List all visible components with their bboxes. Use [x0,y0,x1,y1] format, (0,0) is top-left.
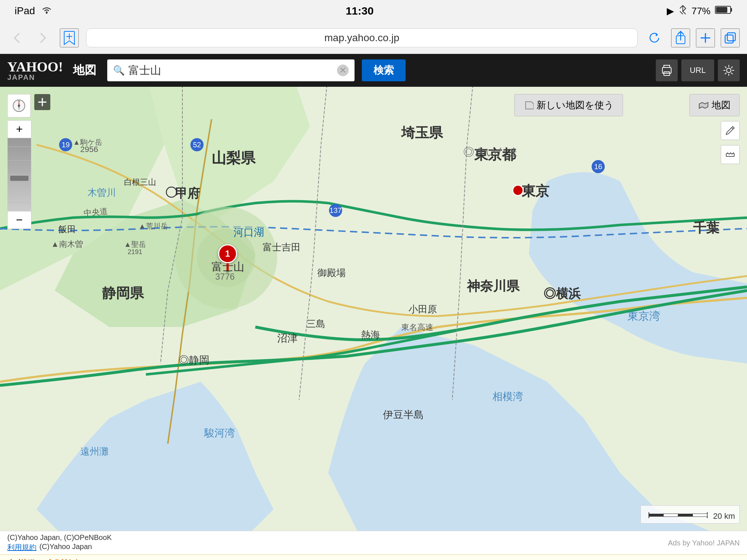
tabs-button[interactable] [721,28,740,47]
svg-text:▲南木曽: ▲南木曽 [51,240,83,249]
search-box: 🔍 富士山 ✕ [107,59,355,81]
svg-text:▲聖岳: ▲聖岳 [124,240,146,248]
footer: (C)Yahoo Japan, (C)OPeNBooK 利用規約 (C)Yaho… [0,531,747,555]
direction-button[interactable] [34,94,50,110]
status-right: ▶ 77% [667,4,732,18]
svg-text:白根三山: 白根三山 [124,178,156,187]
svg-text:三島: 三島 [306,318,325,329]
svg-text:◎横浜: ◎横浜 [543,287,581,300]
ad-description: 往復新幹線指定席＋宿泊ホテルをオンラインでお得に即時予約！JR九州旅行 [205,559,484,560]
svg-text:飯田: 飯田 [58,224,76,234]
svg-text:木曽川: 木曽川 [88,187,116,198]
svg-text:▲駒ケ岳: ▲駒ケ岳 [73,138,102,146]
svg-text:神奈川県: 神奈川県 [467,279,520,293]
search-input-value[interactable]: 富士山 [128,63,333,78]
svg-text:駿河湾: 駿河湾 [204,427,235,439]
svg-rect-3 [716,7,727,13]
svg-text:N: N [18,100,20,103]
yahoo-header: YAHOO! JAPAN 地図 🔍 富士山 ✕ 検索 URL [0,54,747,87]
url-tool-button[interactable]: URL [681,59,714,81]
compass-button[interactable]: N [7,94,31,117]
svg-rect-2 [731,8,732,12]
svg-rect-6 [727,33,735,41]
status-left: iPad [15,5,53,17]
map-pin[interactable]: 1 [218,244,237,273]
settings-button[interactable] [718,59,740,81]
svg-rect-76 [663,514,678,517]
svg-text:東京: 東京 [522,183,550,199]
zoom-controls: + − [7,120,31,229]
pin-number: 1 [225,249,230,259]
svg-text:富士吉田: 富士吉田 [263,242,301,253]
wifi-icon [41,5,53,17]
pin-circle: 1 [218,244,237,263]
battery-label: 77% [692,5,711,17]
svg-text:御殿場: 御殿場 [317,267,346,278]
svg-text:東名高速: 東名高速 [401,323,433,332]
forward-button[interactable] [34,28,53,47]
svg-rect-78 [693,514,707,517]
svg-marker-4 [656,33,658,36]
svg-point-23 [513,185,523,195]
browser-actions [671,28,740,47]
status-time: 11:30 [346,5,374,17]
svg-text:16: 16 [594,163,602,171]
zoom-out-button[interactable]: − [8,211,31,229]
ruler-button[interactable] [721,145,740,164]
svg-rect-75 [649,514,663,517]
bluetooth-icon [678,4,687,18]
back-button[interactable] [7,28,26,47]
add-tab-button[interactable] [696,28,715,47]
ad-title[interactable]: 九州発／大阪旅行にオススメ [7,558,132,560]
edit-button[interactable] [721,121,740,140]
svg-point-0 [46,12,48,14]
svg-text:小田原: 小田原 [409,304,437,315]
yahoo-logo: YAHOO! JAPAN [7,60,66,81]
browser-bar: map.yahoo.co.jp [0,22,747,54]
copyright-text: (C)Yahoo Japan, (C)OPeNBooK [7,533,190,542]
map-container[interactable]: 山梨県 埼玉県 東京都 神奈川県 静岡県 千葉 甲府 東京 ◎さいたま ◎横浜 … [0,87,747,531]
refresh-button[interactable] [645,28,664,47]
ad-label: Ads by Yahoo! JAPAN [668,539,740,547]
search-clear-button[interactable]: ✕ [337,65,349,76]
svg-rect-7 [725,35,733,43]
new-map-label: 新しい地図を使う [537,99,614,112]
svg-text:▲荒川岳: ▲荒川岳 [139,222,168,230]
new-map-button[interactable]: 新しい地図を使う [514,94,623,116]
svg-rect-77 [678,514,693,517]
scale-label: 20 km [713,512,735,521]
status-bar: iPad 11:30 ▶ 77% [0,0,747,22]
map-toggle-button[interactable]: 地図 [689,94,740,116]
zoom-slider[interactable] [8,138,31,211]
svg-text:◎静岡: ◎静岡 [179,354,209,366]
svg-text:千葉: 千葉 [693,220,720,235]
map-background: 山梨県 埼玉県 東京都 神奈川県 静岡県 千葉 甲府 東京 ◎さいたま ◎横浜 … [0,87,747,531]
zoom-in-button[interactable]: + [8,121,31,138]
url-bar[interactable]: map.yahoo.co.jp [86,28,638,47]
svg-text:3776: 3776 [215,272,235,281]
carrier-label: iPad [15,5,35,17]
svg-text:山梨県: 山梨県 [212,150,256,166]
svg-text:東京湾: 東京湾 [627,310,660,322]
svg-text:静岡県: 静岡県 [102,285,144,301]
search-icon: 🔍 [113,65,125,76]
ad-bar: 九州発／大阪旅行にオススメ jrkyushuryoko.jp 往復新幹線指定席＋… [0,555,747,560]
svg-text:甲府: 甲府 [175,186,200,200]
pin-stem [227,263,229,271]
bookmarks-button[interactable] [60,28,79,47]
header-tools: URL [656,59,740,81]
share-button[interactable] [671,28,690,47]
svg-text:熱海: 熱海 [361,329,380,340]
svg-text:遠州灘: 遠州灘 [80,446,109,457]
svg-text:相模湾: 相模湾 [492,391,523,402]
svg-text:52: 52 [193,141,201,149]
copyright2-text: (C)Yahoo Japan [39,542,92,552]
svg-text:沼津: 沼津 [277,332,298,344]
svg-point-65 [18,105,20,107]
svg-text:19: 19 [62,141,70,149]
search-button[interactable]: 検索 [362,59,406,81]
print-button[interactable] [656,59,678,81]
url-text: map.yahoo.co.jp [324,32,399,44]
battery-icon [715,5,732,17]
terms-link[interactable]: 利用規約 [7,542,36,552]
